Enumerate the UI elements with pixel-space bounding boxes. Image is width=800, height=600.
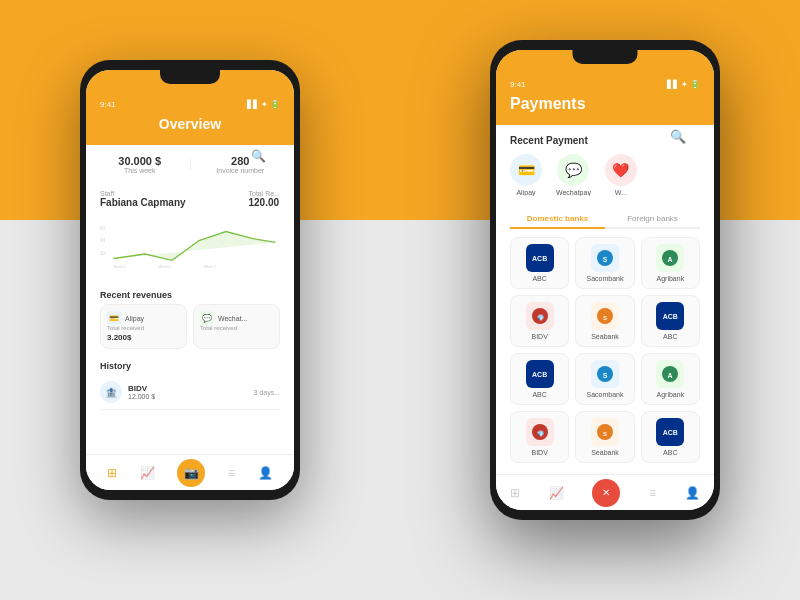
svg-text:S: S — [603, 256, 608, 263]
search-icon-back[interactable]: 🔍 — [251, 149, 266, 163]
svg-text:Week 2: Week 2 — [159, 265, 171, 269]
search-icon-front[interactable]: 🔍 — [670, 129, 686, 144]
svg-text:10: 10 — [100, 251, 106, 256]
wechat-name: Wechat... — [218, 315, 247, 322]
abc-name-2: ABC — [663, 333, 677, 340]
wechat-label-front: Wechatpay — [556, 189, 591, 196]
stat-invoice: 280 Invoice number — [201, 155, 281, 174]
bidv-name-1: BIDV — [531, 333, 547, 340]
abc-logo-1: ACB — [526, 244, 554, 272]
phone-back: 9:41 ▋▋ ✦ 🔋 Overview 🔍 30.000 $ This wee… — [80, 60, 300, 500]
bank-item-sacombank-2[interactable]: S Sacombank — [575, 353, 634, 405]
status-bar-back: 9:41 ▋▋ ✦ 🔋 — [100, 100, 280, 109]
staff-label: Staff — [100, 190, 186, 197]
sacombank-logo-2: S — [591, 360, 619, 388]
history-section: 🏦 BIDV 12.000 $ 3 days... — [86, 375, 294, 410]
phone-front-notch — [573, 50, 638, 64]
bank-item-seabank-2[interactable]: S Seabank — [575, 411, 634, 463]
signal-back: ▋▋ ✦ 🔋 — [247, 100, 280, 109]
nav-menu-icon[interactable]: ≡ — [228, 466, 235, 480]
bank-item-seabank-1[interactable]: S Seabank — [575, 295, 634, 347]
time-back: 9:41 — [100, 100, 116, 109]
bidv-logo-2: 💎 — [526, 418, 554, 446]
bank-item-abc-2[interactable]: ACB ABC — [641, 295, 700, 347]
svg-text:60: 60 — [100, 226, 106, 231]
alipay-label: Total received — [107, 325, 180, 331]
overview-title: Overview — [159, 116, 221, 132]
bank-item-agribank-2[interactable]: A Agribank — [641, 353, 700, 405]
svg-text:A: A — [668, 256, 673, 263]
alipay-name: Alipay — [125, 315, 144, 322]
agribank-name-2: Agribank — [657, 391, 685, 398]
payments-status-bar: 9:41 ▋▋ ✦ 🔋 — [510, 80, 700, 89]
abc-name-3: ABC — [532, 391, 546, 398]
staff-row: Staff Fabiana Capmany Total Re... 120.00 — [86, 184, 294, 214]
payments-bottom-nav: ⊞ 📈 ✕ ≡ 👤 — [496, 474, 714, 510]
agribank-name-1: Agribank — [657, 275, 685, 282]
bank-item-bidv-2[interactable]: 💎 BIDV — [510, 411, 569, 463]
svg-text:A: A — [668, 372, 673, 379]
revenue-cards: 💳 Alipay Total received 3.200$ 💬 Wechat.… — [86, 304, 294, 355]
tab-domestic[interactable]: Domestic banks — [510, 210, 605, 229]
bank-item-agribank-1[interactable]: A Agribank — [641, 237, 700, 289]
payment-icons-row: 💳 Alipay 💬 Wechatpay ❤️ W... — [510, 154, 700, 196]
w-label-front: W... — [615, 189, 627, 196]
rev-card-alipay: 💳 Alipay Total received 3.200$ — [100, 304, 187, 349]
alipay-label-front: Alipay — [516, 189, 535, 196]
payment-item-wechat[interactable]: 💬 Wechatpay — [556, 154, 591, 196]
stat-amount-label: This week — [100, 167, 180, 174]
abc-logo-2: ACB — [656, 302, 684, 330]
payment-item-alipay[interactable]: 💳 Alipay — [510, 154, 542, 196]
seabank-logo-2: S — [591, 418, 619, 446]
svg-text:S: S — [603, 431, 607, 437]
bank-tabs: Domestic banks Foreign banks — [510, 210, 700, 229]
bank-item-abc-4[interactable]: ACB ABC — [641, 411, 700, 463]
bidv-name-2: BIDV — [531, 449, 547, 456]
agribank-logo-1: A — [656, 244, 684, 272]
staff-name: Fabiana Capmany — [100, 197, 186, 208]
payments-title: Payments — [510, 95, 586, 112]
svg-text:30: 30 — [100, 238, 106, 243]
svg-text:💎: 💎 — [536, 314, 544, 322]
bank-item-abc-3[interactable]: ACB ABC — [510, 353, 569, 405]
p-nav-user[interactable]: 👤 — [685, 486, 700, 500]
seabank-name-1: Seabank — [591, 333, 619, 340]
sacombank-name-2: Sacombank — [587, 391, 624, 398]
abc-logo-3: ACB — [526, 360, 554, 388]
stat-invoice-value: 280 — [201, 155, 281, 167]
svg-text:Week 3: Week 3 — [204, 265, 216, 269]
rev-card-wechat-header: 💬 Wechat... — [200, 311, 273, 325]
bank-item-abc-1[interactable]: ACB ABC — [510, 237, 569, 289]
alipay-amount: 3.200$ — [107, 333, 180, 342]
p-nav-chart[interactable]: 📈 — [549, 486, 564, 500]
bank-item-sacombank-1[interactable]: S Sacombank — [575, 237, 634, 289]
abc-name-1: ABC — [532, 275, 546, 282]
chart-svg: 60 30 10 Week 1 Week 2 Week 3 — [100, 220, 280, 270]
svg-text:S: S — [603, 315, 607, 321]
chart-area: 60 30 10 Week 1 Week 2 Week 3 — [86, 214, 294, 284]
p-nav-menu[interactable]: ≡ — [649, 486, 656, 500]
wechat-icon: 💬 — [200, 311, 214, 325]
sacombank-name-1: Sacombank — [587, 275, 624, 282]
cam-icon: 📷 — [184, 466, 199, 480]
bottom-nav-back: ⊞ 📈 📷 ≡ 👤 — [86, 454, 294, 490]
bidv-logo-1: 💎 — [526, 302, 554, 330]
hist-name: BIDV — [128, 384, 155, 393]
payment-item-w[interactable]: ❤️ W... — [605, 154, 637, 196]
seabank-name-2: Seabank — [591, 449, 619, 456]
p-nav-close-button[interactable]: ✕ — [592, 479, 620, 507]
total-label: Total Re... — [248, 190, 280, 197]
seabank-logo-1: S — [591, 302, 619, 330]
bank-item-bidv-1[interactable]: 💎 BIDV — [510, 295, 569, 347]
hist-left: 🏦 BIDV 12.000 $ — [100, 381, 155, 403]
svg-text:💎: 💎 — [536, 430, 544, 438]
p-nav-home[interactable]: ⊞ — [510, 486, 520, 500]
nav-cam-button[interactable]: 📷 — [177, 459, 205, 487]
abc-name-4: ABC — [663, 449, 677, 456]
w-circle: ❤️ — [605, 154, 637, 186]
tab-foreign[interactable]: Foreign banks — [605, 210, 700, 227]
phone-front: 9:41 ▋▋ ✦ 🔋 Payments 🔍 Recent Payment 💳 … — [490, 40, 720, 520]
nav-user-icon[interactable]: 👤 — [258, 466, 273, 480]
nav-home-icon[interactable]: ⊞ — [107, 466, 117, 480]
nav-chart-icon[interactable]: 📈 — [140, 466, 155, 480]
